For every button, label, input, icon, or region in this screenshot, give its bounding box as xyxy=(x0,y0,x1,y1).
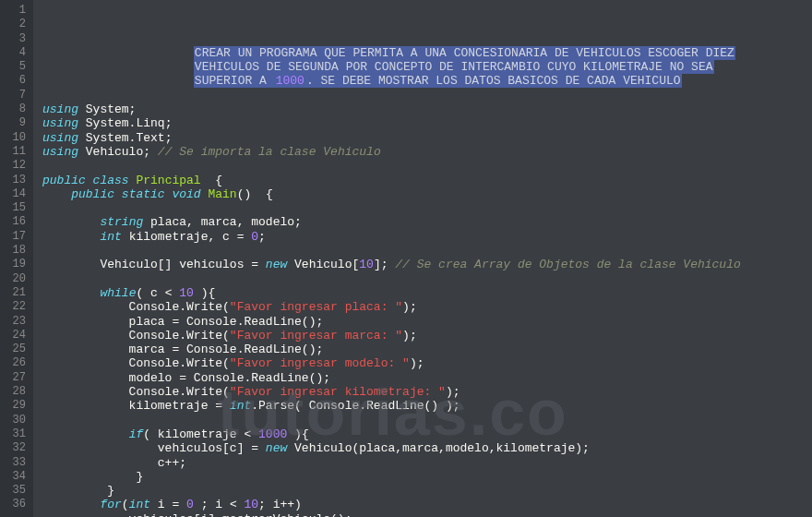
code-token: int xyxy=(100,230,121,244)
code-token: ( xyxy=(122,498,129,511)
code-token: public static xyxy=(71,187,172,201)
code-token: Console.Write( xyxy=(42,385,230,399)
code-token: c++; xyxy=(42,456,186,470)
code-token: while xyxy=(100,286,136,300)
code-token: SUPERIOR A xyxy=(194,74,275,88)
code-token: ( c < xyxy=(136,286,179,300)
code-line[interactable]: marca = Console.ReadLine(); xyxy=(42,343,812,356)
code-token: if xyxy=(129,427,144,441)
code-line[interactable] xyxy=(42,244,812,258)
code-line[interactable]: Console.Write("Favor ingresar modelo: ")… xyxy=(42,356,812,370)
code-token: public class xyxy=(42,174,136,187)
code-line[interactable]: if( kilometraje < 1000 ){ xyxy=(42,427,812,441)
line-number: 25 xyxy=(4,343,26,356)
code-line[interactable]: } xyxy=(42,484,812,498)
code-line[interactable]: string placa, marca, modelo; xyxy=(42,215,812,229)
line-number: 1 xyxy=(4,4,26,18)
code-line[interactable]: Vehiculo[] vehiculos = new Vehiculo[10];… xyxy=(42,258,812,271)
code-token: string xyxy=(100,215,143,229)
code-line[interactable]: c++; xyxy=(42,456,812,470)
code-line[interactable]: while( c < 10 ){ xyxy=(42,286,812,300)
code-line[interactable]: SUPERIOR A 1000. SE DEBE MOSTRAR LOS DAT… xyxy=(42,74,812,88)
code-token: ; i++) xyxy=(258,498,302,511)
line-number: 34 xyxy=(4,470,26,484)
code-token: vehiculos[i].mostrarVehiculo(); xyxy=(42,512,352,517)
code-token: // Se crea Array de Objetos de la clase … xyxy=(395,258,740,271)
code-line[interactable]: Console.Write("Favor ingresar marca: "); xyxy=(42,329,812,343)
code-line[interactable]: using System.Text; xyxy=(42,131,812,145)
code-line[interactable]: VEHICULOS DE SEGUNDA POR CONCEPTO DE INT… xyxy=(42,60,812,74)
code-token: Console.Write( xyxy=(42,329,230,343)
code-token: Vehiculo(placa,marca,modelo,kilometraje)… xyxy=(287,441,590,455)
line-number: 31 xyxy=(4,427,26,441)
code-token xyxy=(42,215,100,229)
code-token: Main xyxy=(208,187,236,201)
code-token: placa = Console.ReadLine(); xyxy=(42,315,323,329)
code-token: ){ xyxy=(287,427,308,441)
code-line[interactable]: using System.Linq; xyxy=(42,116,812,130)
code-line[interactable]: int kilometraje, c = 0; xyxy=(42,230,812,244)
code-token: 10 xyxy=(244,498,258,511)
code-line[interactable]: modelo = Console.ReadLine(); xyxy=(42,371,812,385)
code-area[interactable]: tutorias.co CREAR UN PROGRAMA QUE PERMIT… xyxy=(33,0,812,517)
code-token: Vehiculo[] vehiculos = xyxy=(42,258,266,271)
code-line[interactable]: using Vehiculo; // Se importa la clase V… xyxy=(42,145,812,159)
code-token: i = xyxy=(150,498,186,511)
line-number: 4 xyxy=(4,46,26,60)
line-number: 8 xyxy=(4,102,26,116)
code-token: System; xyxy=(78,102,136,116)
code-line[interactable]: vehiculos[i].mostrarVehiculo(); xyxy=(42,512,812,517)
code-line[interactable]: placa = Console.ReadLine(); xyxy=(42,315,812,329)
code-token: vehiculos[c] = xyxy=(42,441,266,455)
code-line[interactable]: vehiculos[c] = new Vehiculo(placa,marca,… xyxy=(42,441,812,455)
code-token: VEHICULOS DE SEGUNDA POR CONCEPTO DE INT… xyxy=(194,60,714,74)
code-line[interactable] xyxy=(42,201,812,215)
line-number: 24 xyxy=(4,329,26,343)
code-line[interactable] xyxy=(42,272,812,286)
code-line[interactable]: public static void Main() { xyxy=(42,187,812,201)
code-token: "Favor ingresar modelo: " xyxy=(230,356,410,370)
code-token xyxy=(42,230,100,244)
code-line[interactable] xyxy=(42,414,812,427)
line-number: 20 xyxy=(4,272,26,286)
code-token: int xyxy=(230,399,251,413)
line-number: 36 xyxy=(4,498,26,511)
code-line[interactable]: } xyxy=(42,470,812,484)
line-number-gutter: 1234567891011121314151617181920212223242… xyxy=(0,0,33,517)
code-token: 0 xyxy=(186,498,194,511)
line-number: 28 xyxy=(4,385,26,399)
line-number: 10 xyxy=(4,131,26,145)
code-token: new xyxy=(266,441,287,455)
code-line[interactable] xyxy=(42,89,812,102)
code-token: 1000 xyxy=(258,427,287,441)
line-number: 35 xyxy=(4,484,26,498)
code-line[interactable]: kilometraje = int.Parse( Console.ReadLin… xyxy=(42,399,812,413)
code-token: 10 xyxy=(359,258,374,271)
code-token: // Se importa la clase Vehiculo xyxy=(158,145,381,159)
code-token: using xyxy=(42,131,78,145)
line-number: 12 xyxy=(4,159,26,173)
code-editor[interactable]: 1234567891011121314151617181920212223242… xyxy=(0,0,812,517)
code-token: ){ xyxy=(194,286,215,300)
code-token: Console.Write( xyxy=(42,356,230,370)
code-token: . SE DEBE MOSTRAR LOS DATOS BASICOS DE C… xyxy=(305,74,682,88)
code-line[interactable]: for(int i = 0 ; i < 10; i++) xyxy=(42,498,812,511)
line-number: 6 xyxy=(4,74,26,88)
code-line[interactable]: using System; xyxy=(42,102,812,116)
code-token: kilometraje, c = xyxy=(122,230,251,244)
code-token: new xyxy=(266,258,287,271)
code-token: Console.Write( xyxy=(42,300,230,314)
code-line[interactable]: public class Principal { xyxy=(42,174,812,187)
code-token: ( kilometraje < xyxy=(143,427,258,441)
code-token: CREAR UN PROGRAMA QUE PERMITA A UNA CONC… xyxy=(194,46,735,60)
code-token: 10 xyxy=(179,286,194,300)
code-token: ]; xyxy=(374,258,395,271)
code-line[interactable]: Console.Write("Favor ingresar kilometraj… xyxy=(42,385,812,399)
code-token: "Favor ingresar placa: " xyxy=(230,300,402,314)
line-number: 11 xyxy=(4,145,26,159)
code-line[interactable]: Console.Write("Favor ingresar placa: "); xyxy=(42,300,812,314)
code-token: using xyxy=(42,116,78,130)
code-token xyxy=(42,74,194,88)
code-line[interactable]: CREAR UN PROGRAMA QUE PERMITA A UNA CONC… xyxy=(42,46,812,60)
code-line[interactable] xyxy=(42,159,812,173)
